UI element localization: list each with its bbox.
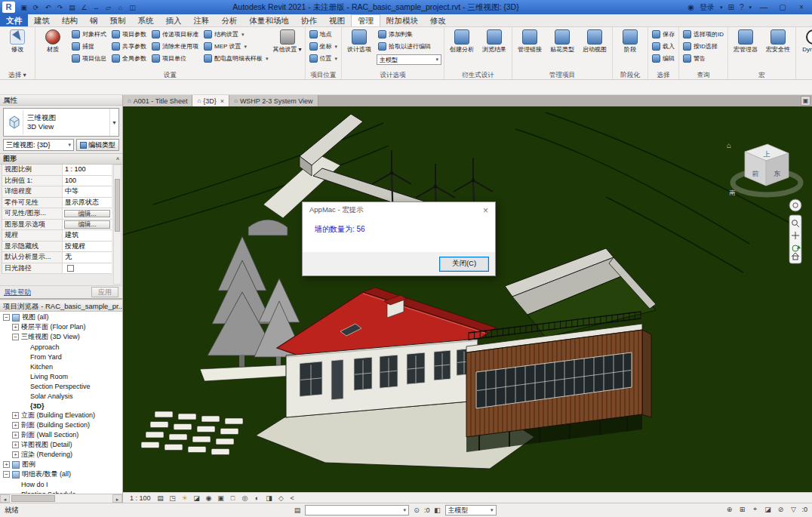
ribbon-button[interactable]: 按ID选择 <box>681 41 725 52</box>
ribbon-button[interactable]: 警告 <box>681 53 725 64</box>
measure-icon[interactable]: ∠ <box>78 4 90 11</box>
tree-item[interactable]: Kitchen <box>0 362 122 371</box>
show-crop-icon[interactable]: □ <box>228 494 238 503</box>
chevron-down-icon[interactable]: ▾ <box>720 5 723 11</box>
tree-item[interactable]: Solar Analysis <box>0 391 122 401</box>
ribbon-button[interactable]: 项目参数 <box>110 29 148 40</box>
ribbon-tab[interactable]: 修改 <box>424 14 452 26</box>
save-icon[interactable]: ▣ <box>18 4 29 11</box>
temporary-hide-isolate-icon[interactable]: ◎ <box>240 494 251 503</box>
window-close-button[interactable]: × <box>795 3 808 11</box>
scroll-right-button[interactable]: ▸ <box>112 494 122 503</box>
navigation-bar[interactable] <box>789 199 801 263</box>
ribbon-tab[interactable]: 注释 <box>188 14 216 26</box>
print-icon[interactable]: ▤ <box>66 4 78 11</box>
ribbon-button[interactable]: 捕捉 <box>70 41 108 52</box>
scrollbar-thumb[interactable] <box>11 495 55 502</box>
scale-button[interactable]: 1 : 100 <box>127 494 154 502</box>
reveal-hidden-icon[interactable]: ◐ <box>252 494 263 503</box>
selection-filter-icon[interactable]: ▽ <box>789 506 798 513</box>
sun-path-checkbox[interactable] <box>67 265 74 272</box>
tree-item[interactable]: +楼层平面 (Floor Plan) <box>0 322 122 332</box>
ribbon-button[interactable]: 其他设置 ▾ <box>272 29 303 68</box>
edit-type-button[interactable]: 编辑类型 <box>76 139 119 151</box>
property-value[interactable]: 建筑 <box>63 230 112 241</box>
edit-button[interactable]: 编辑... <box>64 210 110 218</box>
ribbon-tab[interactable]: 协作 <box>295 14 323 26</box>
ribbon-button[interactable]: 清除未使用项 <box>150 41 200 52</box>
browser-hscrollbar[interactable]: ◂ ▸ <box>0 494 122 503</box>
ribbon-button[interactable]: 共享参数 <box>110 41 148 52</box>
ribbon-button[interactable]: 选择项的ID <box>681 29 725 40</box>
expander-icon[interactable]: − <box>3 471 10 478</box>
property-value[interactable]: 无 <box>63 252 112 263</box>
expander-icon[interactable]: + <box>12 324 19 331</box>
ribbon-button[interactable]: 浏览结果 <box>479 29 509 68</box>
tree-item[interactable]: {3D} <box>0 401 122 411</box>
instance-selector[interactable]: 三维视图: {3D} ▾ <box>3 139 74 151</box>
ribbon-button[interactable]: 全局参数 <box>110 53 148 64</box>
ribbon-button[interactable]: 设计选项 <box>344 29 374 68</box>
sun-path-icon[interactable]: ☀ <box>180 494 190 503</box>
ribbon-button[interactable]: 载入 <box>651 41 676 52</box>
expander-icon[interactable]: − <box>3 314 10 321</box>
properties-scrollbar[interactable] <box>113 165 121 285</box>
tree-item[interactable]: +立面 (Building Elevation) <box>0 411 122 420</box>
tree-item[interactable]: +图例 <box>0 460 122 469</box>
chevron-down-icon[interactable]: ▼ <box>109 109 118 136</box>
ribbon-button[interactable]: 保存 <box>651 29 676 40</box>
view-tab[interactable]: ⌂A001 - Title Sheet <box>123 95 192 106</box>
ribbon-button[interactable]: 结构设置▾ <box>202 29 270 40</box>
expander-icon[interactable]: − <box>12 334 19 340</box>
ribbon-button[interactable]: 配电盘明细表样板▾ <box>202 53 270 64</box>
ribbon-tab[interactable]: 体量和场地 <box>244 14 296 26</box>
edit-button[interactable]: 编辑... <box>64 220 110 229</box>
select-pinned-icon[interactable]: ⌖ <box>750 505 759 513</box>
active-option-select[interactable]: 主模型▾ <box>377 54 441 65</box>
dialog-titlebar[interactable]: AppMac - 宏提示 × <box>303 202 495 218</box>
sign-in-label[interactable]: 登录 <box>700 2 715 13</box>
tree-item[interactable]: How do I <box>0 479 122 489</box>
ribbon-button[interactable]: 材质 <box>38 29 68 68</box>
steering-wheel-icon[interactable] <box>789 199 801 211</box>
tree-item[interactable]: Approach <box>0 342 122 352</box>
tree-item[interactable]: −明细表/数量 (all) <box>0 469 122 479</box>
ribbon-button[interactable]: 修改 <box>2 29 32 68</box>
revit-logo-icon[interactable]: R <box>2 2 15 13</box>
user-icon[interactable]: ◉ <box>687 3 694 11</box>
select-underlay-icon[interactable]: ⊞ <box>737 506 746 513</box>
tag-icon[interactable]: ▱ <box>103 4 114 11</box>
chevron-down-icon[interactable]: ▾ <box>749 5 752 11</box>
ribbon-tab[interactable]: 插入 <box>160 14 188 26</box>
ribbon-button[interactable]: 管理链接 <box>515 29 545 68</box>
ribbon-button[interactable]: 阶段 <box>615 29 645 68</box>
dialog-close-button[interactable]: 关闭(C) <box>439 257 489 272</box>
ribbon-button[interactable]: 项目信息 <box>70 53 108 64</box>
ribbon-tab[interactable]: 附加模块 <box>380 14 424 26</box>
view-tab-list-button[interactable]: ▣ <box>801 96 810 106</box>
editing-requests-icon[interactable]: ⊙ <box>412 506 421 514</box>
ribbon-button[interactable]: Dynamo <box>798 29 812 68</box>
show-constraints-icon[interactable]: ◇ <box>276 494 287 503</box>
type-selector[interactable]: 三维视图 3D View ▼ <box>3 108 119 137</box>
tree-item[interactable]: +剖面 (Building Section) <box>0 420 122 430</box>
collapse-arrow[interactable]: < <box>291 494 294 502</box>
ribbon-tab[interactable]: 文件 <box>0 14 28 26</box>
tree-item[interactable]: Section Perspective <box>0 381 122 391</box>
ribbon-button[interactable]: 宏安全性 <box>763 29 793 68</box>
active-design-option-select[interactable]: 主模型 ▾ <box>445 505 497 515</box>
ribbon-button[interactable]: 拾取以进行编辑 <box>377 41 441 52</box>
property-value[interactable]: 按规程 <box>63 242 112 252</box>
property-value[interactable]: 显示原状态 <box>63 198 112 208</box>
ribbon-tab[interactable]: 管理 <box>351 14 380 26</box>
ribbon-tab[interactable]: 视图 <box>323 14 351 26</box>
temporary-view-properties-icon[interactable]: ◨ <box>264 494 275 503</box>
properties-help-link[interactable]: 属性帮助 <box>4 288 31 297</box>
design-options-icon[interactable]: ◧ <box>433 506 442 514</box>
detail-level-icon[interactable]: ▤ <box>155 494 166 503</box>
window-maximize-button[interactable]: ▢ <box>776 3 789 11</box>
scrollbar-track[interactable] <box>10 494 112 503</box>
ribbon-button[interactable]: 贴花类型 <box>547 29 577 68</box>
tree-item[interactable]: −三维视图 (3D View) <box>0 332 122 342</box>
section-graphics[interactable]: 图形 ˄ <box>0 153 122 165</box>
